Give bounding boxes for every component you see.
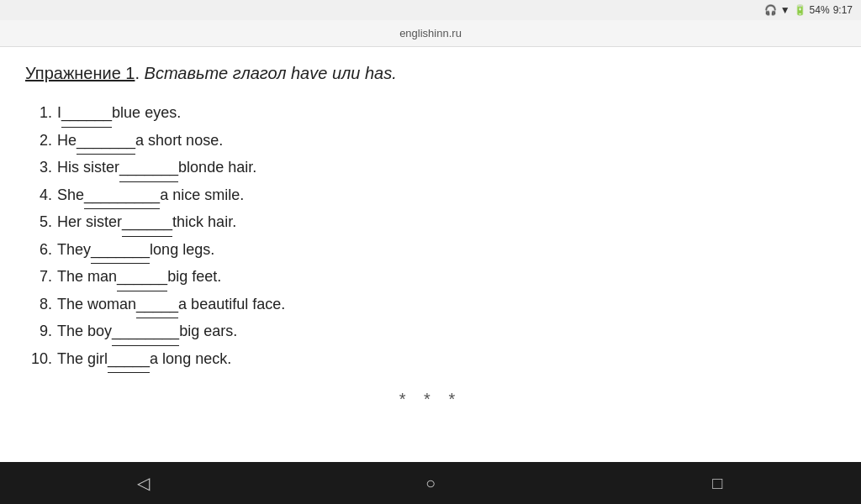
list-item: 10.The girl _____ a long neck. — [25, 346, 836, 374]
time: 9:17 — [833, 4, 853, 16]
status-bar: 🎧 ▼ 🔋 54% 9:17 — [0, 0, 861, 20]
item-text: Her sister ______ thick hair. — [57, 209, 236, 237]
list-item: 8.The woman _____ a beautiful face. — [25, 291, 836, 319]
status-icons: 🎧 ▼ 🔋 54% 9:17 — [764, 4, 853, 16]
blank-field: ______ — [122, 209, 172, 237]
list-item: 1.I______blue eyes. — [25, 100, 836, 128]
back-button[interactable] — [127, 466, 161, 500]
item-number: 8. — [25, 291, 52, 318]
item-text: I______blue eyes. — [57, 100, 181, 128]
item-number: 1. — [25, 100, 52, 127]
list-item: 4.She _________a nice smile. — [25, 182, 836, 210]
recent-button[interactable] — [700, 466, 734, 500]
blank-field: _______ — [91, 237, 150, 265]
list-item: 6.They _______long legs. — [25, 237, 836, 265]
item-text: His sister _______blonde hair. — [57, 155, 256, 182]
headphone-icon: 🎧 — [764, 4, 777, 16]
blank-field: ________ — [112, 318, 179, 346]
item-number: 9. — [25, 318, 52, 345]
item-number: 5. — [25, 209, 52, 236]
item-number: 2. — [25, 128, 52, 155]
nav-bar — [0, 462, 861, 504]
item-text: The woman _____ a beautiful face. — [57, 291, 285, 319]
list-item: 9.The boy ________big ears. — [25, 318, 836, 346]
blank-field: _____ — [108, 346, 150, 374]
item-text: They _______long legs. — [57, 237, 214, 265]
item-text: The man ______big feet. — [57, 264, 221, 291]
blank-field: _____ — [136, 291, 178, 319]
battery-icon: 🔋 — [794, 4, 806, 16]
title-dot: . — [135, 64, 144, 82]
item-number: 6. — [25, 237, 52, 264]
title-instruction: Вставьте глагол have или has. — [145, 64, 397, 82]
list-item: 2.He _______ a short nose. — [25, 128, 836, 155]
item-number: 10. — [25, 346, 52, 373]
item-number: 4. — [25, 182, 52, 209]
wifi-icon: ▼ — [780, 4, 790, 16]
item-text: The girl _____ a long neck. — [57, 346, 231, 374]
battery-percent: 54% — [810, 4, 830, 16]
item-text: The boy ________big ears. — [57, 318, 237, 346]
exercise-list: 1.I______blue eyes.2.He _______ a short … — [25, 100, 836, 373]
content-area: Упражнение 1. Вставьте глагол have или h… — [0, 47, 861, 462]
home-button[interactable] — [414, 466, 447, 500]
item-number: 7. — [25, 264, 52, 291]
blank-field: ______ — [117, 264, 167, 291]
item-number: 3. — [25, 155, 52, 181]
list-item: 3.His sister _______blonde hair. — [25, 155, 836, 182]
url-bar[interactable]: englishinn.ru — [0, 20, 861, 47]
blank-field: _________ — [84, 182, 160, 210]
blank-field: ______ — [61, 100, 112, 128]
exercise-title: Упражнение 1. Вставьте глагол have или h… — [25, 64, 836, 83]
url-text: englishinn.ru — [399, 27, 462, 39]
list-item: 7.The man ______big feet. — [25, 264, 836, 291]
item-text: He _______ a short nose. — [57, 128, 223, 155]
separator: * * * — [25, 390, 836, 409]
blank-field: _______ — [77, 128, 135, 155]
item-text: She _________a nice smile. — [57, 182, 244, 210]
blank-field: _______ — [119, 155, 178, 182]
list-item: 5.Her sister ______ thick hair. — [25, 209, 836, 237]
title-underline-text: Упражнение 1 — [25, 64, 135, 82]
